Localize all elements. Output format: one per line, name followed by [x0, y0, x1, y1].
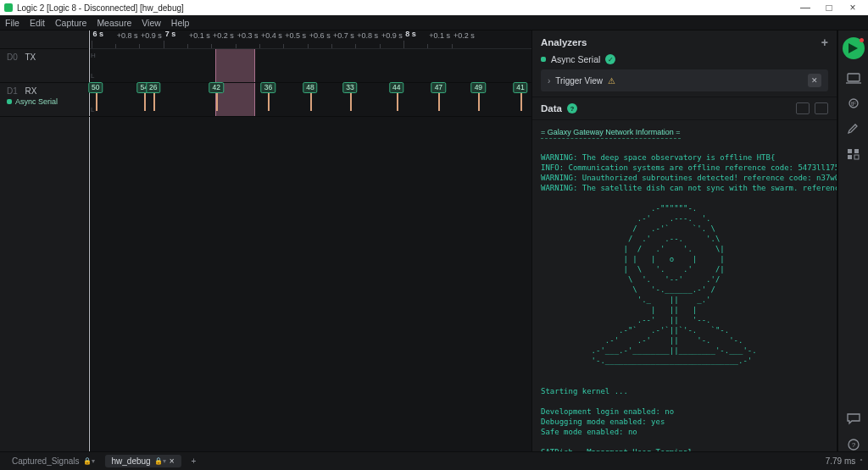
- waveform-row-tx[interactable]: HL: [89, 49, 531, 83]
- decoded-byte[interactable]: 48: [303, 82, 317, 93]
- decoded-byte[interactable]: 50: [88, 82, 103, 93]
- analyzer-item[interactable]: Async Serial ✓: [541, 54, 828, 64]
- channel-label: TX: [25, 53, 36, 62]
- warning-icon: ⚠: [608, 76, 615, 86]
- menubar: File Edit Capture Measure View Help: [0, 15, 868, 30]
- new-session-button[interactable]: +: [185, 455, 203, 467]
- minimize-button[interactable]: —: [793, 2, 817, 14]
- bottom-bar: Captured_Signals 🔒▾ hw_debug 🔒▾ × + 7.79…: [0, 451, 868, 470]
- extensions-icon[interactable]: [846, 147, 861, 161]
- caret-up-icon[interactable]: ˄: [860, 458, 863, 466]
- decoded-byte[interactable]: 41: [513, 82, 527, 93]
- check-icon: ✓: [605, 54, 615, 64]
- data-title: Data: [541, 103, 562, 113]
- svg-rect-0: [4, 3, 13, 12]
- chat-icon[interactable]: [846, 412, 861, 426]
- edit-icon[interactable]: [846, 122, 861, 135]
- channel-label: RX: [25, 86, 37, 96]
- lock-icon: 🔒▾: [154, 457, 166, 465]
- trigger-view-row[interactable]: › Trigger View ⚠ ✕: [541, 69, 828, 91]
- status-time: 7.79 ms: [826, 456, 856, 466]
- table-view-icon[interactable]: [796, 102, 810, 114]
- terminal-view-icon[interactable]: [815, 102, 828, 114]
- decoded-byte[interactable]: 42: [209, 82, 224, 93]
- menu-view[interactable]: View: [142, 18, 161, 28]
- channel-analyzer-tag: Async Serial: [7, 97, 81, 106]
- app-icon: [3, 3, 14, 13]
- decoded-byte[interactable]: 49: [471, 82, 486, 93]
- maximize-button[interactable]: □: [817, 2, 841, 14]
- svg-rect-7: [854, 149, 859, 153]
- menu-capture[interactable]: Capture: [55, 18, 86, 28]
- channel-tx[interactable]: D0 TX: [0, 49, 88, 83]
- channel-rx[interactable]: D1 RX Async Serial: [0, 83, 88, 117]
- svg-marker-1: [849, 43, 858, 53]
- menu-edit[interactable]: Edit: [30, 18, 45, 28]
- help-icon[interactable]: ?: [846, 438, 861, 451]
- svg-rect-8: [848, 155, 852, 159]
- data-info-badge[interactable]: ?: [567, 103, 577, 113]
- measurements-icon[interactable]: tF: [846, 97, 861, 110]
- decoded-byte[interactable]: 44: [389, 82, 403, 93]
- tab-close-button[interactable]: ×: [170, 456, 175, 466]
- analyzer-dot-icon: [7, 99, 12, 104]
- icon-rail: tF ?: [837, 30, 868, 451]
- trigger-view-label: Trigger View: [555, 76, 603, 86]
- menu-measure[interactable]: Measure: [97, 18, 131, 28]
- decoded-byte[interactable]: 26: [146, 82, 160, 93]
- decoded-byte[interactable]: 47: [431, 82, 446, 93]
- chevron-right-icon: ›: [548, 76, 550, 86]
- waveform-viewport[interactable]: 6 s+0.8 s+0.9 s7 s+0.1 s+0.2 s+0.3 s+0.4…: [89, 30, 532, 451]
- start-capture-button[interactable]: [843, 37, 865, 59]
- analyzer-dot-icon: [541, 57, 546, 62]
- device-icon[interactable]: [846, 71, 861, 85]
- svg-rect-6: [848, 149, 852, 153]
- window-title: Logic 2 [Logic 8 - Disconnected] [hw_deb…: [17, 3, 184, 13]
- decoded-byte[interactable]: 36: [261, 82, 275, 93]
- svg-text:tF: tF: [850, 101, 855, 107]
- add-analyzer-button[interactable]: +: [821, 36, 828, 49]
- decoded-byte[interactable]: 33: [342, 82, 357, 93]
- svg-text:?: ?: [851, 441, 855, 449]
- data-terminal[interactable]: = Galaxy Gateway Network Information = W…: [532, 120, 837, 451]
- session-tab-captured-signals[interactable]: Captured_Signals 🔒▾: [5, 455, 102, 467]
- session-tab-hw-debug[interactable]: hw_debug 🔒▾ ×: [105, 455, 181, 467]
- svg-rect-9: [854, 155, 859, 159]
- close-button[interactable]: ×: [841, 2, 865, 14]
- menu-file[interactable]: File: [5, 18, 19, 28]
- waveform-row-rx[interactable]: HL 5054264236483344474941: [89, 83, 531, 117]
- analyzers-title: Analyzers: [541, 37, 587, 47]
- side-panel: Analyzers + Async Serial ✓ › Trigger Vie…: [532, 30, 837, 451]
- svg-rect-2: [848, 74, 860, 81]
- time-ruler[interactable]: 6 s+0.8 s+0.9 s7 s+0.1 s+0.2 s+0.3 s+0.4…: [89, 30, 531, 49]
- menu-help[interactable]: Help: [171, 18, 190, 28]
- channel-column: D0 TX D1 RX Async Serial: [0, 30, 89, 451]
- window-titlebar: Logic 2 [Logic 8 - Disconnected] [hw_deb…: [0, 0, 868, 15]
- lock-icon: 🔒▾: [83, 457, 95, 465]
- trigger-close-button[interactable]: ✕: [808, 74, 821, 87]
